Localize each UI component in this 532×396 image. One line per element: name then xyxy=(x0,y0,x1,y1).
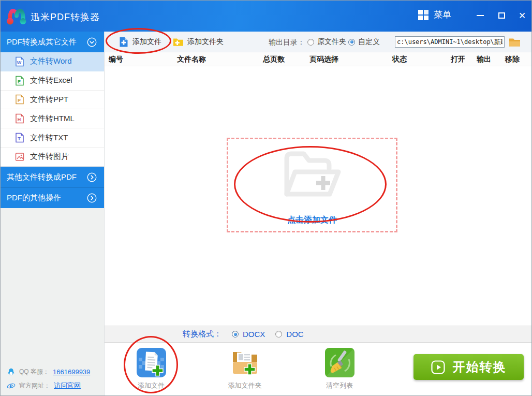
minimize-button[interactable] xyxy=(474,9,487,22)
section-label: 其他文件转换成PDF xyxy=(7,172,77,182)
browse-folder-icon xyxy=(509,37,521,47)
sidebar-section-other-to-pdf[interactable]: 其他文件转换成PDF xyxy=(1,167,104,187)
output-path-input[interactable] xyxy=(395,36,505,48)
app-window: 迅米PDF转换器 菜单 ✕ PDF转换成其它文件 W xyxy=(0,0,532,396)
radio-circle[interactable] xyxy=(232,331,239,338)
sidebar-item-label: 文件转HTML xyxy=(30,114,75,124)
website-label: 官方网址： xyxy=(19,382,50,390)
svg-text:H: H xyxy=(18,117,21,122)
html-file-icon: H xyxy=(15,113,24,124)
chevron-right-circle-icon xyxy=(87,172,97,182)
sidebar-item-image[interactable]: 文件转图片 xyxy=(1,148,104,167)
sidebar-item-label: 文件转TXT xyxy=(30,133,68,143)
output-dir-label: 输出目录： xyxy=(269,38,305,47)
clear-list-label: 清空列表 xyxy=(326,381,353,390)
sidebar-item-label: 文件转图片 xyxy=(30,152,69,162)
bottom-add-folder-button[interactable]: 添加文件夹 xyxy=(220,348,270,390)
bottom-add-file-button[interactable]: 添加文件 xyxy=(126,348,176,390)
image-file-icon xyxy=(15,152,24,162)
format-label: 转换格式： xyxy=(183,329,221,339)
col-page-select: 页码选择 xyxy=(309,55,338,64)
add-file-button[interactable]: 添加文件 xyxy=(119,32,161,52)
radio-circle[interactable] xyxy=(307,39,314,46)
sidebar-section-pdf-ops[interactable]: PDF的其他操作 xyxy=(1,187,104,208)
sidebar-item-html[interactable]: H 文件转HTML xyxy=(1,109,104,128)
format-bar: 转换格式： DOCX DOC xyxy=(105,326,532,343)
docx-label[interactable]: DOCX xyxy=(243,330,265,339)
dropzone-hint: 点击添加文件 xyxy=(287,215,337,226)
col-output: 输出 xyxy=(477,55,491,64)
radio-custom-label[interactable]: 自定义 xyxy=(358,37,380,47)
col-number: 编号 xyxy=(109,55,123,64)
add-folder-button[interactable]: 添加文件夹 xyxy=(173,32,224,52)
sidebar-item-label: 文件转Excel xyxy=(30,76,72,85)
dropzone-add-files[interactable]: 点击添加文件 xyxy=(227,138,397,232)
svg-text:e: e xyxy=(9,382,13,390)
sidebar-item-label: 文件转Word xyxy=(30,56,72,66)
svg-text:E: E xyxy=(18,79,21,84)
maximize-icon xyxy=(498,12,505,19)
doc-label[interactable]: DOC xyxy=(286,330,303,339)
app-logo-icon xyxy=(6,5,27,29)
radio-original-label[interactable]: 原文件夹 xyxy=(317,37,346,47)
main-panel: 添加文件 添加文件夹 输出目录： 原文件夹 自定义 xyxy=(105,32,532,396)
col-pages: 总页数 xyxy=(263,55,285,64)
menu-label: 菜单 xyxy=(434,9,451,21)
sidebar-item-word[interactable]: W 文件转Word xyxy=(1,52,104,71)
title-bar: 迅米PDF转换器 菜单 ✕ xyxy=(1,1,532,32)
grid-menu-icon xyxy=(418,9,429,21)
sidebar-item-txt[interactable]: T 文件转TXT xyxy=(1,128,104,148)
txt-file-icon: T xyxy=(15,133,24,143)
ie-browser-icon: e xyxy=(7,382,16,390)
sidebar-item-ppt[interactable]: P 文件转PPT xyxy=(1,91,104,110)
section-label: PDF的其他操作 xyxy=(7,193,61,203)
add-folder-icon xyxy=(173,37,184,47)
add-file-label: 添加文件 xyxy=(132,37,161,47)
add-folder-big-icon xyxy=(230,348,260,377)
radio-circle[interactable] xyxy=(275,331,282,338)
col-open: 打开 xyxy=(451,55,465,64)
qq-label: QQ 客服： xyxy=(19,368,49,376)
radio-format-docx[interactable]: DOCX xyxy=(232,330,265,339)
start-convert-button[interactable]: 开始转换 xyxy=(413,354,524,380)
top-toolbar: 添加文件 添加文件夹 输出目录： 原文件夹 自定义 xyxy=(105,32,532,52)
maximize-button[interactable] xyxy=(495,9,508,22)
start-convert-label: 开始转换 xyxy=(453,359,507,375)
app-title: 迅米PDF转换器 xyxy=(31,11,100,23)
col-status: 状态 xyxy=(392,55,407,64)
close-button[interactable]: ✕ xyxy=(515,9,529,22)
website-link[interactable]: 访问官网 xyxy=(54,381,81,390)
col-filename: 文件名称 xyxy=(177,55,206,64)
bottom-add-folder-label: 添加文件夹 xyxy=(228,381,262,390)
radio-circle[interactable] xyxy=(348,39,355,46)
chevron-down-circle-icon xyxy=(87,37,97,47)
radio-original-folder[interactable]: 原文件夹 xyxy=(307,32,346,52)
qq-icon xyxy=(7,368,16,376)
close-icon: ✕ xyxy=(519,11,526,20)
svg-text:W: W xyxy=(17,60,22,65)
bottom-action-bar: 添加文件 添加文件夹 xyxy=(105,343,532,396)
add-file-big-icon xyxy=(137,348,166,377)
col-remove: 移除 xyxy=(505,55,520,64)
ppt-file-icon: P xyxy=(15,94,24,105)
radio-format-doc[interactable]: DOC xyxy=(275,330,303,339)
open-folder-plus-icon xyxy=(277,145,347,203)
browse-folder-button[interactable] xyxy=(508,36,521,48)
qq-number-link[interactable]: 1661699939 xyxy=(53,368,90,376)
sidebar-item-excel[interactable]: E 文件转Excel xyxy=(1,71,104,91)
svg-text:P: P xyxy=(18,98,21,103)
support-links: QQ 客服： 1661699939 e 官方网址： 访问官网 xyxy=(7,363,90,390)
bottom-add-file-label: 添加文件 xyxy=(138,381,165,390)
file-list-area: 点击添加文件 xyxy=(105,66,532,326)
minimize-icon xyxy=(477,15,484,16)
section-label: PDF转换成其它文件 xyxy=(7,37,77,47)
word-file-icon: W xyxy=(15,56,24,67)
sidebar-section-pdf-to-other[interactable]: PDF转换成其它文件 xyxy=(1,32,104,52)
menu-button[interactable]: 菜单 xyxy=(418,9,451,21)
clear-list-broom-icon xyxy=(325,348,354,377)
excel-file-icon: E xyxy=(15,76,24,86)
radio-custom-folder[interactable]: 自定义 xyxy=(348,32,380,52)
clear-list-button[interactable]: 清空列表 xyxy=(315,348,364,390)
svg-text:T: T xyxy=(18,136,21,141)
play-icon xyxy=(431,360,445,374)
